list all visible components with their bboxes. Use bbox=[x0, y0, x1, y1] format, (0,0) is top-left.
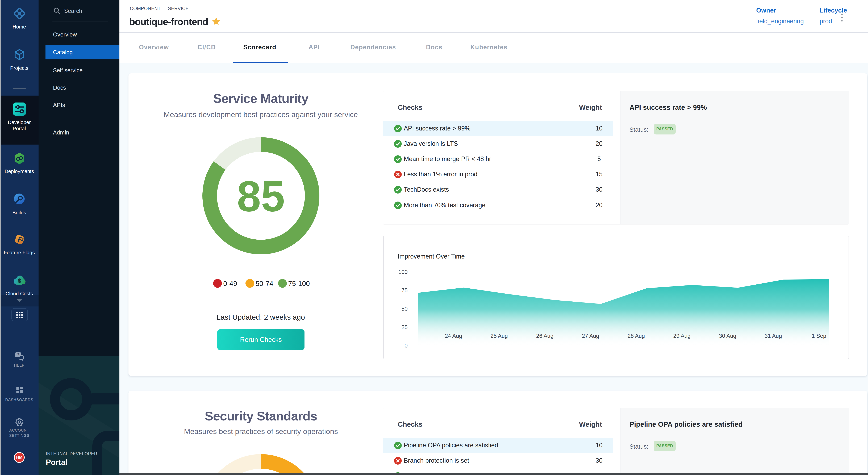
svg-text:?: ? bbox=[17, 353, 19, 357]
svg-text:$: $ bbox=[18, 277, 21, 284]
svg-text:85: 85 bbox=[237, 172, 285, 220]
